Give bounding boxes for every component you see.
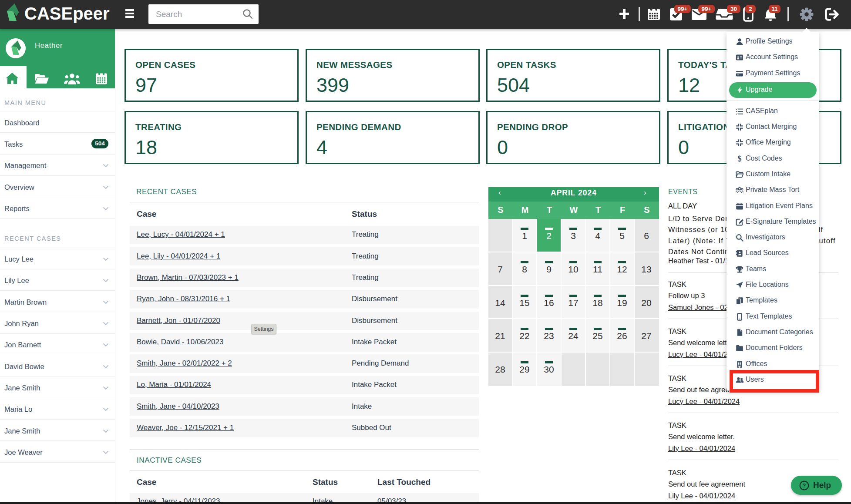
svg-text:$: $ [738, 155, 742, 163]
svg-text:?: ? [803, 482, 806, 489]
